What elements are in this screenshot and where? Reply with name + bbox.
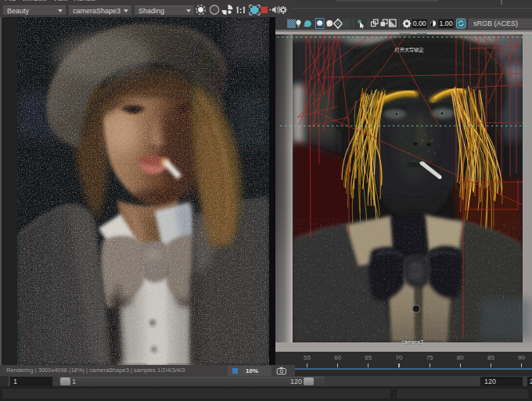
svg-text:sRGB (ACES): sRGB (ACES) <box>473 20 518 27</box>
svg-text:3000 x 4096: 3000 x 4096 <box>399 32 427 38</box>
svg-text:0.00: 0.00 <box>413 20 426 27</box>
svg-text:camera3: camera3 <box>401 338 423 346</box>
svg-text:1.00: 1.00 <box>439 20 452 27</box>
